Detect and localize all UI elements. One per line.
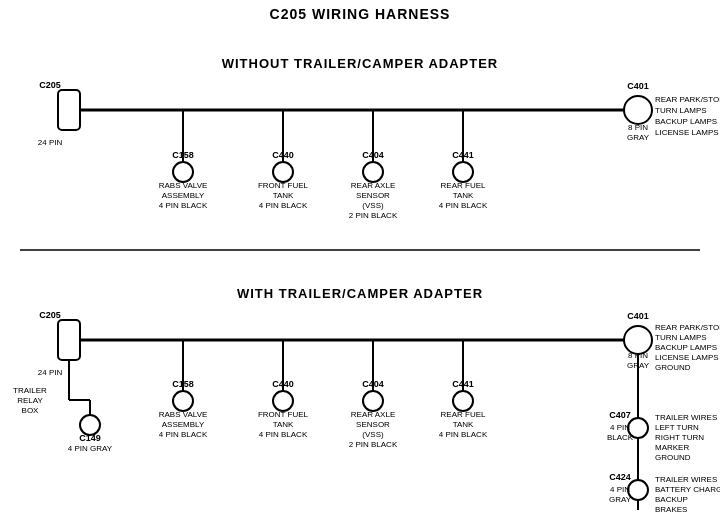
svg-rect-1: [58, 90, 80, 130]
s1-c440-sub1: FRONT FUEL: [258, 181, 309, 190]
s1-c440-sub3: 4 PIN BLACK: [259, 201, 308, 210]
s2-c424-right2: BATTERY CHARGE: [655, 485, 720, 494]
s2-c407-right5: GROUND: [655, 453, 691, 462]
s1-c440-sub2: TANK: [273, 191, 294, 200]
s1-c401-right4: LICENSE LAMPS: [655, 128, 719, 137]
s1-c158-sub3: 4 PIN BLACK: [159, 201, 208, 210]
s1-c440-label: C440: [272, 150, 294, 160]
s2-c407-right4: MARKER: [655, 443, 689, 452]
wiring-diagram-svg: WITHOUT TRAILER/CAMPER ADAPTER C205 24 P…: [0, 0, 720, 517]
s1-c404-sub2: SENSOR: [356, 191, 390, 200]
s2-c401-right3: BACKUP LAMPS: [655, 343, 717, 352]
svg-point-17: [80, 415, 100, 435]
s2-trailer-relay-label3: BOX: [22, 406, 40, 415]
s2-c407-right3: RIGHT TURN: [655, 433, 704, 442]
s2-c424-right4: BRAKES: [655, 505, 687, 514]
svg-rect-13: [58, 320, 80, 360]
s2-c441-sub2: TANK: [453, 420, 474, 429]
s2-c401-right4: LICENSE LAMPS: [655, 353, 719, 362]
s1-c441-label: C441: [452, 150, 474, 160]
s1-c404-sub1: REAR AXLE: [351, 181, 395, 190]
s1-c404-label: C404: [362, 150, 384, 160]
svg-point-18: [624, 326, 652, 354]
s2-c404-sub4: 2 PIN BLACK: [349, 440, 398, 449]
svg-point-10: [453, 162, 473, 182]
svg-point-23: [173, 391, 193, 411]
section2-label: WITH TRAILER/CAMPER ADAPTER: [237, 286, 483, 301]
s2-c440-label: C440: [272, 379, 294, 389]
s1-c404-sub4: 2 PIN BLACK: [349, 211, 398, 220]
s1-c205-label: C205: [39, 80, 61, 90]
s1-c401-right3: BACKUP LAMPS: [655, 117, 717, 126]
s2-c401-right1: REAR PARK/STOP: [655, 323, 720, 332]
s2-c158-sub2: ASSEMBLY: [162, 420, 205, 429]
svg-point-25: [273, 391, 293, 411]
svg-point-27: [363, 391, 383, 411]
s2-c404-sub1: REAR AXLE: [351, 410, 395, 419]
s2-trailer-relay-label2: RELAY: [17, 396, 43, 405]
s2-c158-sub3: 4 PIN BLACK: [159, 430, 208, 439]
s2-c149-sub: 4 PIN GRAY: [68, 444, 113, 453]
s1-c441-sub3: 4 PIN BLACK: [439, 201, 488, 210]
s2-c401-right5: GROUND: [655, 363, 691, 372]
s2-c441-sub1: REAR FUEL: [441, 410, 486, 419]
s2-c404-sub3: (VSS): [362, 430, 384, 439]
s1-c401-label: C401: [627, 81, 649, 91]
s2-c441-label: C441: [452, 379, 474, 389]
s1-c401-right1: REAR PARK/STOP: [655, 95, 720, 104]
diagram-container: C205 WIRING HARNESS WITHOUT TRAILER/CAMP…: [0, 0, 720, 517]
s2-c424-right3: BACKUP: [655, 495, 688, 504]
s2-c440-sub1: FRONT FUEL: [258, 410, 309, 419]
s2-c441-sub3: 4 PIN BLACK: [439, 430, 488, 439]
s1-c401-sub2: GRAY: [627, 133, 650, 142]
s2-c407-sub2: BLACK: [607, 433, 634, 442]
s1-c158-sub2: ASSEMBLY: [162, 191, 205, 200]
s1-c158-sub1: RABS VALVE: [159, 181, 208, 190]
s2-c401-label: C401: [627, 311, 649, 321]
s1-c441-sub2: TANK: [453, 191, 474, 200]
svg-point-4: [173, 162, 193, 182]
s1-c401-right2: TURN LAMPS: [655, 106, 707, 115]
s2-c424-right1: TRAILER WIRES: [655, 475, 717, 484]
s2-c424-label: C424: [609, 472, 631, 482]
s2-c205-label: C205: [39, 310, 61, 320]
s2-c149-label: C149: [79, 433, 101, 443]
svg-point-6: [273, 162, 293, 182]
s2-trailer-relay-label1: TRAILER: [13, 386, 47, 395]
s2-c407-right1: TRAILER WIRES: [655, 413, 717, 422]
s2-c401-right2: TURN LAMPS: [655, 333, 707, 342]
svg-point-8: [363, 162, 383, 182]
s2-c407-label: C407: [609, 410, 631, 420]
s2-c440-sub3: 4 PIN BLACK: [259, 430, 308, 439]
s2-c158-label: C158: [172, 379, 194, 389]
s1-c404-sub3: (VSS): [362, 201, 384, 210]
s2-c424-sub1: 4 PIN: [610, 485, 630, 494]
s1-c441-sub1: REAR FUEL: [441, 181, 486, 190]
s2-c404-label: C404: [362, 379, 384, 389]
section1-label: WITHOUT TRAILER/CAMPER ADAPTER: [222, 56, 499, 71]
s2-c158-sub1: RABS VALVE: [159, 410, 208, 419]
svg-point-2: [624, 96, 652, 124]
s2-c407-right2: LEFT TURN: [655, 423, 699, 432]
s2-c205-sub: 24 PIN: [38, 368, 63, 377]
s2-c407-sub1: 4 PIN: [610, 423, 630, 432]
s2-c440-sub2: TANK: [273, 420, 294, 429]
s2-c404-sub2: SENSOR: [356, 420, 390, 429]
s1-c158-label: C158: [172, 150, 194, 160]
s2-c424-sub2: GRAY: [609, 495, 632, 504]
svg-point-29: [453, 391, 473, 411]
s1-c205-sub: 24 PIN: [38, 138, 63, 147]
s1-c401-sub1: 8 PIN: [628, 123, 648, 132]
